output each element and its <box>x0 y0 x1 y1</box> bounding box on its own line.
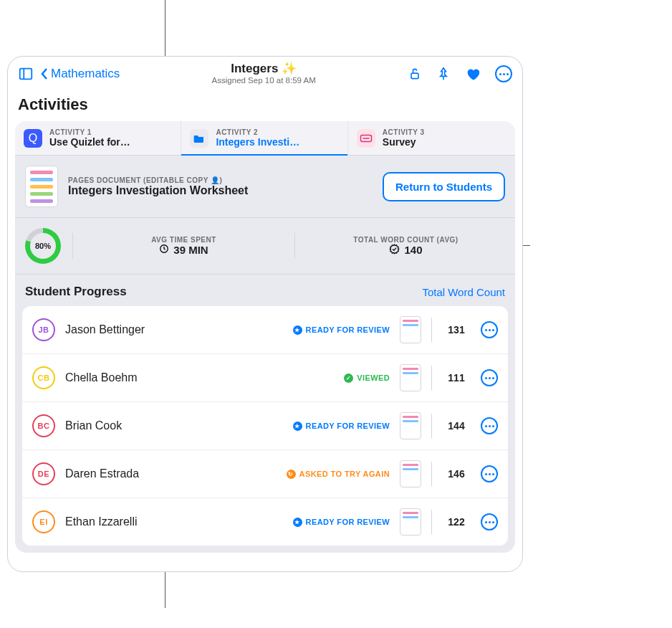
status-icon: ↻ <box>287 470 296 479</box>
seal-icon <box>389 244 400 257</box>
row-more-button[interactable] <box>481 513 498 531</box>
activity-tab-over: ACTIVITY 1 <box>49 128 130 136</box>
title-area: Integers ✨ Assigned Sep 10 at 8:59 AM <box>125 62 402 85</box>
heart-icon[interactable] <box>465 66 481 82</box>
status-label: READY FOR REVIEW <box>306 422 390 430</box>
student-name: Jason Bettinger <box>65 323 283 336</box>
divider <box>294 233 295 259</box>
student-list: JBJason Bettinger★READY FOR REVIEW131CBC… <box>22 306 508 546</box>
activities-panel: Q ACTIVITY 1 Use Quizlet for… ACTIVITY 2… <box>15 121 515 553</box>
stat-time: AVG TIME SPENT 39 MIN <box>85 236 283 256</box>
student-avatar: DE <box>32 462 55 485</box>
status-icon: ✓ <box>344 374 353 383</box>
lock-icon[interactable] <box>408 67 422 81</box>
row-more-button[interactable] <box>481 465 498 482</box>
callout-line-bottom <box>165 572 165 608</box>
status-icon: ★ <box>293 422 302 431</box>
student-status: ★READY FOR REVIEW <box>293 325 390 335</box>
student-name: Daren Estrada <box>65 467 277 480</box>
activity-tab-3[interactable]: ACTIVITY 3 Survey <box>348 121 514 155</box>
student-status: ★READY FOR REVIEW <box>293 422 390 431</box>
status-icon: ★ <box>293 518 302 527</box>
activity-tab-1[interactable]: Q ACTIVITY 1 Use Quizlet for… <box>15 121 181 155</box>
progress-ring: 80% <box>25 228 61 264</box>
divider <box>431 318 432 342</box>
row-more-button[interactable] <box>481 369 498 386</box>
student-row[interactable]: EIEthan Izzarelli★READY FOR REVIEW122 <box>22 498 508 546</box>
word-count: 146 <box>442 468 471 480</box>
sidebar-icon[interactable] <box>18 66 34 82</box>
word-count: 111 <box>442 372 471 384</box>
divider <box>431 366 432 390</box>
stat-words: TOTAL WORD COUNT (AVG) 140 <box>307 236 505 257</box>
section-title: Activities <box>8 91 522 121</box>
page-subtitle: Assigned Sep 10 at 8:59 AM <box>125 76 402 85</box>
activity-tabs: Q ACTIVITY 1 Use Quizlet for… ACTIVITY 2… <box>15 121 515 156</box>
progress-heading: Student Progress Total Word Count <box>15 275 515 306</box>
submission-thumbnail[interactable] <box>400 412 421 439</box>
activity-tab-2[interactable]: ACTIVITY 2 Integers Investi… <box>181 121 347 155</box>
student-status: ✓VIEWED <box>344 374 390 383</box>
pin-icon[interactable] <box>436 66 451 82</box>
back-button[interactable]: Mathematics <box>39 67 120 81</box>
student-status: ↻ASKED TO TRY AGAIN <box>287 470 390 479</box>
document-thumbnail[interactable] <box>25 166 58 207</box>
student-avatar: CB <box>32 366 55 389</box>
document-meta: PAGES DOCUMENT (EDITABLE COPY 👤) <box>68 176 373 184</box>
top-bar: Mathematics Integers ✨ Assigned Sep 10 a… <box>8 57 522 91</box>
word-count: 131 <box>442 324 471 336</box>
submission-thumbnail[interactable] <box>400 508 421 536</box>
document-title: Integers Investigation Worksheet <box>68 184 373 197</box>
divider <box>72 233 73 259</box>
row-more-button[interactable] <box>481 321 498 338</box>
stats-strip: 80% AVG TIME SPENT 39 MIN TOTAL WORD COU… <box>15 218 515 275</box>
clock-icon <box>159 244 169 256</box>
student-row[interactable]: BCBrian Cook★READY FOR REVIEW144 <box>22 402 508 450</box>
stat-words-value: 140 <box>404 244 422 256</box>
activity-tab-over: ACTIVITY 2 <box>216 128 299 136</box>
student-avatar: JB <box>32 318 55 341</box>
chevron-left-icon <box>39 67 49 80</box>
progress-title: Student Progress <box>25 285 127 299</box>
document-row: PAGES DOCUMENT (EDITABLE COPY 👤) Integer… <box>15 156 515 218</box>
status-label: READY FOR REVIEW <box>306 518 390 526</box>
callout-line-top <box>165 0 165 56</box>
page-title: Integers ✨ <box>125 62 402 76</box>
stat-time-label: AVG TIME SPENT <box>85 236 283 244</box>
status-icon: ★ <box>293 325 302 335</box>
stat-time-value: 39 MIN <box>173 244 208 256</box>
divider <box>431 414 432 438</box>
survey-icon <box>357 129 375 148</box>
return-to-students-button[interactable]: Return to Students <box>383 172 505 201</box>
divider <box>431 510 432 534</box>
student-row[interactable]: DEDaren Estrada↻ASKED TO TRY AGAIN146 <box>22 450 508 498</box>
student-avatar: BC <box>32 414 55 437</box>
submission-thumbnail[interactable] <box>400 364 421 391</box>
svg-rect-2 <box>411 73 418 79</box>
student-status: ★READY FOR REVIEW <box>293 518 390 527</box>
activity-tab-label: Integers Investi… <box>216 136 299 148</box>
student-name: Chella Boehm <box>65 371 334 384</box>
submission-thumbnail[interactable] <box>400 460 421 487</box>
activity-tab-label: Survey <box>383 136 425 148</box>
word-count: 144 <box>442 420 471 432</box>
back-label: Mathematics <box>51 67 120 81</box>
word-count: 122 <box>442 516 471 528</box>
submission-thumbnail[interactable] <box>400 316 421 343</box>
student-row[interactable]: CBChella Boehm✓VIEWED111 <box>22 354 508 402</box>
more-button[interactable] <box>495 65 512 82</box>
student-name: Ethan Izzarelli <box>65 515 283 528</box>
student-row[interactable]: JBJason Bettinger★READY FOR REVIEW131 <box>22 306 508 354</box>
row-more-button[interactable] <box>481 417 498 434</box>
app-window: Mathematics Integers ✨ Assigned Sep 10 a… <box>7 56 523 572</box>
status-label: ASKED TO TRY AGAIN <box>299 470 390 478</box>
progress-ring-label: 80% <box>35 242 51 250</box>
activity-tab-label: Use Quizlet for… <box>49 136 130 148</box>
header-actions <box>408 65 512 82</box>
divider <box>431 462 432 486</box>
student-avatar: EI <box>32 510 55 533</box>
status-label: VIEWED <box>357 374 390 382</box>
folder-icon <box>190 129 208 148</box>
sort-filter-link[interactable]: Total Word Count <box>422 286 505 298</box>
stat-words-label: TOTAL WORD COUNT (AVG) <box>307 236 505 244</box>
